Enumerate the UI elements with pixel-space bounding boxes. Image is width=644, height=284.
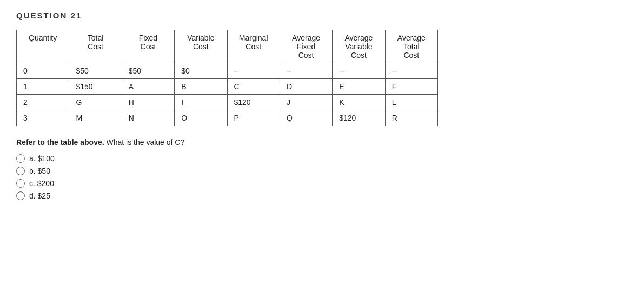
cell-r0-c5: -- — [280, 63, 332, 79]
option-label-0: a. $100 — [29, 154, 55, 163]
col-header-marginal-cost: MarginalCost — [227, 30, 280, 63]
question-text: What is the value of C? — [104, 138, 185, 147]
cell-r0-c3: $0 — [175, 63, 227, 79]
options-list: a. $100b. $50c. $200d. $25 — [16, 154, 628, 200]
option-label-3: d. $25 — [29, 191, 50, 200]
col-header-variable-cost: VariableCost — [175, 30, 227, 63]
col-header-quantity: Quantity — [17, 30, 69, 63]
cell-r2-c6: K — [333, 95, 385, 110]
cell-r3-c2: N — [122, 110, 174, 126]
cell-r1-c1: $150 — [69, 79, 122, 95]
option-item-0[interactable]: a. $100 — [16, 154, 628, 163]
cell-r2-c1: G — [69, 95, 122, 110]
cell-r1-c4: C — [227, 79, 280, 95]
table-row: 1$150ABCDEF — [17, 79, 438, 95]
option-label-2: c. $200 — [29, 179, 54, 188]
col-header-fixed-cost: FixedCost — [122, 30, 174, 63]
cell-r1-c2: A — [122, 79, 174, 95]
col-header-avg-total-cost: AverageTotalCost — [385, 30, 437, 63]
cell-r1-c0: 1 — [17, 79, 69, 95]
cell-r0-c1: $50 — [69, 63, 122, 79]
col-header-avg-variable-cost: AverageVariableCost — [333, 30, 385, 63]
cell-r2-c4: $120 — [227, 95, 280, 110]
cell-r0-c0: 0 — [17, 63, 69, 79]
cell-r0-c6: -- — [333, 63, 385, 79]
cell-r1-c5: D — [280, 79, 332, 95]
cell-r2-c3: I — [175, 95, 227, 110]
cell-r2-c7: L — [385, 95, 437, 110]
cell-r3-c3: O — [175, 110, 227, 126]
cell-r3-c1: M — [69, 110, 122, 126]
cell-r2-c2: H — [122, 95, 174, 110]
radio-circle-0 — [16, 154, 25, 163]
question-title: QUESTION 21 — [16, 11, 628, 20]
refer-bold: Refer to the table above. — [16, 138, 104, 147]
cell-r1-c3: B — [175, 79, 227, 95]
cell-r3-c4: P — [227, 110, 280, 126]
option-item-1[interactable]: b. $50 — [16, 167, 628, 175]
cost-table: Quantity TotalCost FixedCost VariableCos… — [16, 30, 438, 126]
cell-r1-c6: E — [333, 79, 385, 95]
option-label-1: b. $50 — [29, 167, 50, 175]
col-header-total-cost: TotalCost — [69, 30, 122, 63]
cell-r2-c5: J — [280, 95, 332, 110]
radio-circle-1 — [16, 167, 25, 175]
table-row: 3MNOPQ$120R — [17, 110, 438, 126]
option-item-3[interactable]: d. $25 — [16, 191, 628, 200]
cell-r0-c4: -- — [227, 63, 280, 79]
table-row: 0$50$50$0-------- — [17, 63, 438, 79]
cell-r0-c2: $50 — [122, 63, 174, 79]
refer-text: Refer to the table above. What is the va… — [16, 138, 628, 147]
cell-r2-c0: 2 — [17, 95, 69, 110]
table-row: 2GHI$120JKL — [17, 95, 438, 110]
cell-r3-c5: Q — [280, 110, 332, 126]
cell-r3-c6: $120 — [333, 110, 385, 126]
col-header-avg-fixed-cost: AverageFixedCost — [280, 30, 332, 63]
cell-r3-c0: 3 — [17, 110, 69, 126]
radio-circle-3 — [16, 191, 25, 200]
cell-r0-c7: -- — [385, 63, 437, 79]
cell-r3-c7: R — [385, 110, 437, 126]
radio-circle-2 — [16, 179, 25, 188]
cell-r1-c7: F — [385, 79, 437, 95]
option-item-2[interactable]: c. $200 — [16, 179, 628, 188]
